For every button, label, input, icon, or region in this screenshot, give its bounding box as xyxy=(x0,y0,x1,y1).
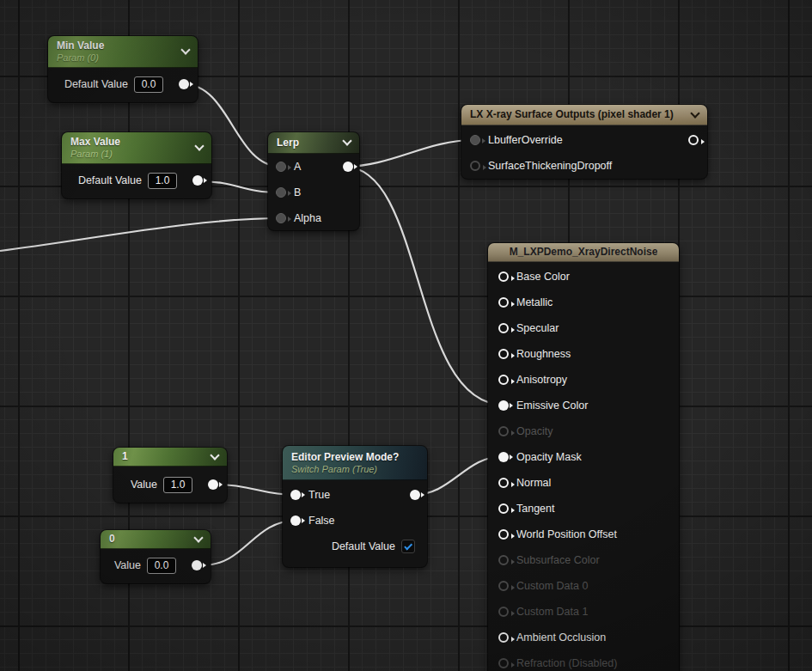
node-title: Lerp xyxy=(277,137,337,149)
node-lx-xray-surface-outputs[interactable]: LX X-ray Surface Outputs (pixel shader 1… xyxy=(461,105,707,179)
wire-zero-to-false[interactable] xyxy=(203,521,296,565)
material-pin-row: Opacity Mask xyxy=(488,444,679,470)
pin-normal[interactable] xyxy=(498,478,509,488)
node-constant-0[interactable]: 0 Value 0.0 xyxy=(101,530,211,583)
material-pin-row: Roughness xyxy=(488,341,679,367)
switch-false-label: False xyxy=(308,515,335,527)
lbufferoverride-label: LbufferOverride xyxy=(488,134,563,146)
output-pin[interactable] xyxy=(179,79,189,89)
switch-true-pin[interactable] xyxy=(290,490,301,500)
material-graph-canvas[interactable]: Min Value Param (0) Default Value 0.0 Ma… xyxy=(0,0,812,671)
default-value-label: Default Value xyxy=(78,174,142,186)
node-title: LX X-ray Surface Outputs (pixel shader 1… xyxy=(470,108,685,121)
default-value-input[interactable]: 1.0 xyxy=(148,173,177,189)
value-input[interactable]: 1.0 xyxy=(163,477,192,493)
switch-false-pin[interactable] xyxy=(290,515,301,526)
value-label: Value xyxy=(114,559,141,571)
lerp-input-b-label: B xyxy=(294,186,301,198)
lerp-input-a-label: A xyxy=(294,161,301,173)
pin-specular[interactable] xyxy=(498,323,509,333)
node-material-output[interactable]: M_LXPDemo_XrayDirectNoise Base Color Met… xyxy=(488,243,679,671)
pin-custom-data-1 xyxy=(498,607,509,617)
node-constant-1[interactable]: 1 Value 1.0 xyxy=(113,448,227,503)
switch-default-label: Default Value xyxy=(332,540,395,552)
node-constant-1-header[interactable]: 1 xyxy=(113,448,227,467)
chevron-down-icon[interactable] xyxy=(690,108,699,118)
pin-refraction xyxy=(498,658,509,668)
chevron-down-icon[interactable] xyxy=(210,450,219,460)
node-lx-header[interactable]: LX X-ray Surface Outputs (pixel shader 1… xyxy=(461,105,707,125)
material-pin-row: Refraction (Disabled) xyxy=(488,650,679,671)
material-pin-row: Base Color xyxy=(488,264,679,290)
pin-metallic[interactable] xyxy=(498,297,509,308)
wire-lerp-to-emissive-color[interactable] xyxy=(345,167,504,405)
pin-emissive-color[interactable] xyxy=(498,400,509,411)
node-max-value[interactable]: Max Value Param (1) Default Value 1.0 xyxy=(62,132,211,198)
node-subtitle: Param (0) xyxy=(57,52,175,64)
chevron-down-icon[interactable] xyxy=(193,533,203,542)
material-pin-row: Ambient Occlusion xyxy=(488,625,679,650)
lbufferoverride-pin[interactable] xyxy=(470,135,480,145)
checkmark-icon xyxy=(404,541,412,550)
pin-anisotropy[interactable] xyxy=(498,375,509,385)
node-switch-header[interactable]: Editor Preview Mode? Switch Param (True) xyxy=(283,446,427,480)
pin-roughness[interactable] xyxy=(498,349,509,359)
lerp-output-pin[interactable] xyxy=(343,162,353,172)
node-title: M_LXPDemo_XrayDirectNoise xyxy=(510,246,658,259)
default-value-checkbox[interactable] xyxy=(401,540,415,553)
node-switch-editor-preview[interactable]: Editor Preview Mode? Switch Param (True)… xyxy=(283,446,427,567)
node-material-header[interactable]: M_LXPDemo_XrayDirectNoise xyxy=(488,243,679,262)
node-title: Min Value xyxy=(57,40,175,52)
surfacethickeningdropoff-pin[interactable] xyxy=(470,161,480,171)
chevron-down-icon[interactable] xyxy=(342,136,351,145)
output-pin[interactable] xyxy=(208,479,218,490)
node-min-value[interactable]: Min Value Param (0) Default Value 0.0 xyxy=(48,36,198,102)
value-input[interactable]: 0.0 xyxy=(147,558,176,574)
pin-tangent[interactable] xyxy=(498,503,509,514)
material-pin-row: Custom Data 0 xyxy=(488,573,679,599)
node-title: Editor Preview Mode? xyxy=(291,451,418,464)
pin-world-position-offset[interactable] xyxy=(498,529,509,540)
pin-opacity-mask[interactable] xyxy=(498,452,509,462)
pin-opacity xyxy=(498,426,509,436)
pin-custom-data-0 xyxy=(498,581,509,591)
surfacethickeningdropoff-label: SurfaceThickeningDropoff xyxy=(488,160,612,172)
wire-offscreen-to-lerp-alpha[interactable] xyxy=(0,218,281,251)
pin-ambient-occlusion[interactable] xyxy=(498,632,509,643)
chevron-down-icon[interactable] xyxy=(194,141,204,150)
default-value-input[interactable]: 0.0 xyxy=(134,76,163,93)
material-pin-row: Specular xyxy=(488,315,679,341)
node-max-value-header[interactable]: Max Value Param (1) xyxy=(62,132,211,164)
pin-subsurface-color xyxy=(498,555,509,565)
switch-output-pin[interactable] xyxy=(410,490,420,500)
material-pin-row: World Position Offset xyxy=(488,522,679,547)
lerp-input-alpha-label: Alpha xyxy=(294,212,321,224)
default-value-label: Default Value xyxy=(64,78,128,90)
lerp-input-a-pin[interactable] xyxy=(276,162,286,172)
node-lerp[interactable]: Lerp A B Alpha xyxy=(268,132,359,230)
node-subtitle: Switch Param (True) xyxy=(291,464,418,475)
output-pin[interactable] xyxy=(192,560,202,570)
pin-base-color[interactable] xyxy=(498,271,509,282)
material-pin-row: Subsurface Color xyxy=(488,547,679,573)
material-pin-row: Custom Data 1 xyxy=(488,599,679,625)
material-pin-row: Anisotropy xyxy=(488,367,679,393)
material-pin-row: Emissive Color xyxy=(488,393,679,418)
node-min-value-header[interactable]: Min Value Param (0) xyxy=(48,36,198,68)
node-title: Max Value xyxy=(70,136,189,149)
lx-output-pin[interactable] xyxy=(688,135,699,145)
material-pin-row: Opacity xyxy=(488,418,679,444)
node-subtitle: Param (1) xyxy=(70,149,189,160)
node-lerp-header[interactable]: Lerp xyxy=(268,132,359,154)
material-pin-row: Normal xyxy=(488,470,679,496)
output-pin[interactable] xyxy=(192,175,203,186)
lerp-input-b-pin[interactable] xyxy=(276,187,286,198)
material-pin-row: Tangent xyxy=(488,496,679,522)
chevron-down-icon[interactable] xyxy=(180,45,190,54)
wire-lerp-to-lbufferoverride[interactable] xyxy=(345,140,473,167)
node-title: 0 xyxy=(109,533,188,546)
lerp-input-alpha-pin[interactable] xyxy=(276,213,286,223)
node-constant-0-header[interactable]: 0 xyxy=(101,530,211,549)
value-label: Value xyxy=(131,479,157,491)
switch-true-label: True xyxy=(308,489,330,501)
